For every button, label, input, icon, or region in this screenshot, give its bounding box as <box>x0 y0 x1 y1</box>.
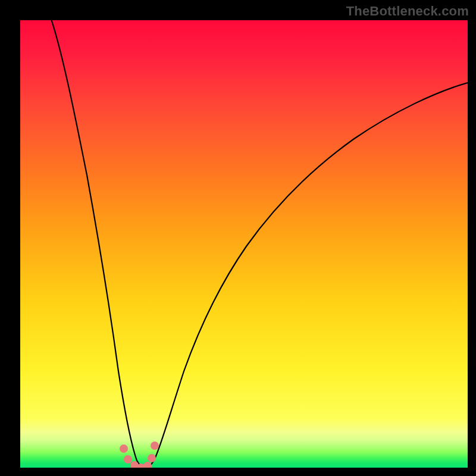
plot-area <box>20 20 468 468</box>
svg-point-6 <box>151 441 159 450</box>
watermark: TheBottleneck.com <box>346 4 469 19</box>
chart-frame: TheBottleneck.com <box>0 0 476 476</box>
svg-point-5 <box>148 454 156 462</box>
svg-point-0 <box>120 444 128 453</box>
svg-point-4 <box>143 462 152 468</box>
svg-point-1 <box>124 455 132 464</box>
bottleneck-curve <box>52 20 468 468</box>
curve-svg <box>20 20 468 468</box>
